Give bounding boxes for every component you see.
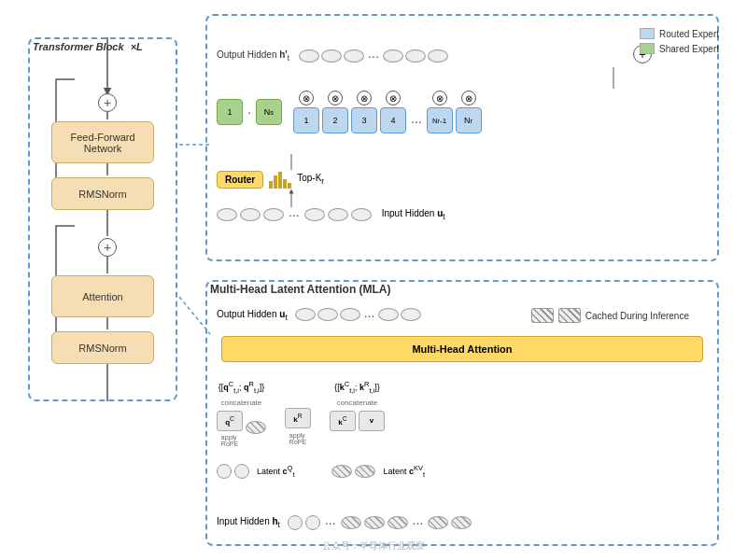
k-c-box: kC [330,411,356,431]
ds-input-node [328,208,348,221]
mla-output-label: Output Hidden ut [217,309,288,322]
legend-shared: Shared Expert [640,43,719,54]
ds-output-node [383,49,403,63]
q-c-box: qC [217,411,243,431]
mla-latent-row: Latent cQt Latent cKVt [217,464,708,479]
mla-q-boxes: qC applyRoPE [217,411,266,447]
v-box: v [359,411,385,431]
router-box: Router [217,171,263,189]
ds-output-node [299,49,319,63]
mla-kv-section: {[kCt,i; kRt,i]} concatenate kC v [330,380,385,431]
legend-routed: Routed Expert [640,28,719,39]
ffn-box: Feed-Forward Network [51,121,154,163]
add-circle-1: + [98,93,117,112]
mult-circle: ⊗ [432,91,447,105]
mult-circle: ⊗ [461,91,476,105]
router-barchart [269,170,291,189]
ds-router-row: Router Top-Kr [217,170,324,189]
routed-expert-nr1: Nr-1 [427,107,453,133]
mla-mid-section: {[qCt,i; qRt,i]} concatenate qC applyRoP… [217,380,708,447]
legend-routed-box [640,28,655,39]
mla-input-label: Input Hidden ht [217,516,280,529]
ds-output-node [344,49,364,63]
mla-latent-q: Latent cQt [217,464,294,479]
mult-circle: ⊗ [299,91,314,105]
routed-expert-3: 3 [351,107,377,133]
transformer-label: Transformer Block ×L [33,41,143,52]
cached-badge: Cached During Inference [531,308,689,323]
mla-latent-kv: Latent cKVt [331,464,425,479]
ds-input-node [351,208,372,221]
rmsnorm-2-box: RMSNorm [51,331,154,364]
mla-section: Cached During Inference Output Hidden ut… [205,280,719,546]
cached-icon [531,308,554,323]
cached-icon-2 [558,308,581,323]
mult-circle: ⊗ [357,91,372,105]
q-r-node [246,421,266,434]
routed-expert-2: 2 [322,107,348,133]
attention-box: Attention [51,275,154,317]
routed-expert-1: 1 [293,107,319,133]
ds-input-node [217,208,237,221]
legend: Routed Expert Shared Expert [640,28,719,54]
watermark: 公众号：半导体行业观察 [322,539,425,553]
ds-input-row: ··· Input Hidden ut [217,207,708,222]
rmsnorm-1-box: RMSNorm [51,177,154,210]
mult-circle: ⊗ [328,91,343,105]
mla-output-row: Output Hidden ut ··· [217,308,421,323]
ds-input-node [240,208,261,221]
mla-kr-section: kR applyRoPE [285,408,311,445]
ds-output-node [405,49,426,63]
mla-q-section: {[qCt,i; qRt,i]} concatenate qC applyRoP… [217,380,266,447]
topk-label: Top-Kr [297,173,324,186]
main-diagram: Transformer Block ×L + + Feed-Forward Ne… [0,0,747,560]
mla-mha-bar: Multi-Head Attention [221,336,703,362]
ds-output-row: Output Hidden h′t ··· + [217,49,708,63]
mla-kv-boxes: kC v [330,411,385,431]
shared-expert-ns: Ns [256,99,282,125]
ds-output-node [428,49,448,63]
routed-expert-nr: Nr [456,107,482,133]
add-circle-2: + [98,238,117,257]
k-r-box: kR [285,408,311,428]
routed-experts: ⊗ 1 ⊗ 2 ⊗ 3 ⊗ 4 ··· ⊗ Nr-1 [293,91,482,133]
ds-dots: ··· [368,49,379,63]
routed-expert-4: 4 [380,107,406,133]
legend-shared-box [640,43,655,54]
ds-output-node [321,49,342,63]
ds-input-node [304,208,325,221]
shared-expert-1: 1 [217,99,243,125]
ds-input-label: Input Hidden ut [382,208,445,221]
ds-experts-row: 1 · Ns ⊗ 1 ⊗ 2 ⊗ 3 ⊗ [217,91,708,133]
mult-circle: ⊗ [386,91,401,105]
ds-input-node [263,208,284,221]
mla-input-row: Input Hidden ht ··· ··· [217,515,472,530]
ds-output-label: Output Hidden h′t [217,49,289,63]
